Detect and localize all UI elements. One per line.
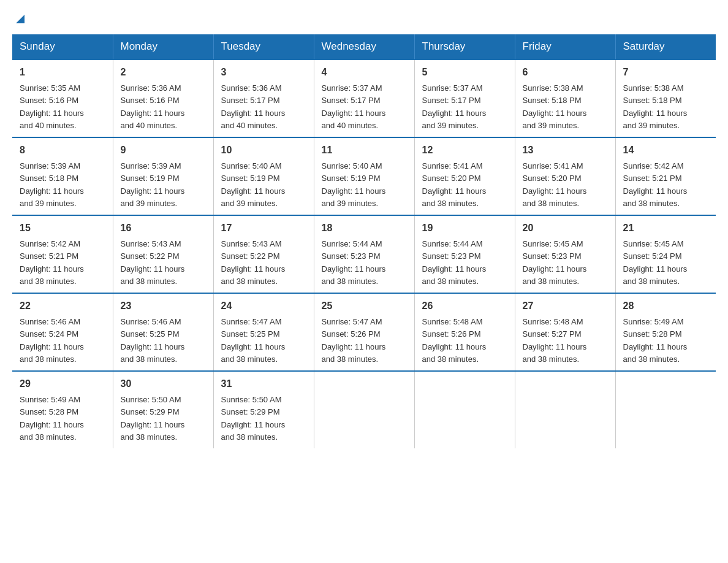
day-info: Sunrise: 5:35 AMSunset: 5:16 PMDaylight:… xyxy=(20,83,84,130)
calendar-day-22: 22 Sunrise: 5:46 AMSunset: 5:24 PMDaylig… xyxy=(12,293,113,371)
day-number: 12 xyxy=(422,143,507,158)
day-number: 10 xyxy=(221,143,306,158)
day-number: 15 xyxy=(20,221,105,236)
day-info: Sunrise: 5:45 AMSunset: 5:24 PMDaylight:… xyxy=(623,239,688,286)
day-number: 23 xyxy=(121,299,206,313)
calendar-day-2: 2 Sunrise: 5:36 AMSunset: 5:16 PMDayligh… xyxy=(113,59,213,137)
calendar-day-13: 13 Sunrise: 5:41 AMSunset: 5:20 PMDaylig… xyxy=(515,137,615,215)
day-info: Sunrise: 5:42 AMSunset: 5:21 PMDaylight:… xyxy=(623,161,688,208)
day-number: 20 xyxy=(523,221,608,236)
day-info: Sunrise: 5:41 AMSunset: 5:20 PMDaylight:… xyxy=(422,161,487,208)
day-number: 6 xyxy=(523,65,608,80)
svg-marker-0 xyxy=(16,15,25,23)
weekday-header-saturday: Saturday xyxy=(615,34,716,59)
day-number: 7 xyxy=(623,65,709,80)
day-info: Sunrise: 5:46 AMSunset: 5:25 PMDaylight:… xyxy=(121,317,185,364)
calendar-day-11: 11 Sunrise: 5:40 AMSunset: 5:19 PMDaylig… xyxy=(314,137,414,215)
calendar-empty-cell xyxy=(414,371,515,448)
day-number: 4 xyxy=(322,65,407,80)
calendar-day-17: 17 Sunrise: 5:43 AMSunset: 5:22 PMDaylig… xyxy=(213,215,314,293)
day-info: Sunrise: 5:43 AMSunset: 5:22 PMDaylight:… xyxy=(221,239,286,286)
calendar-day-9: 9 Sunrise: 5:39 AMSunset: 5:19 PMDayligh… xyxy=(113,137,213,215)
day-info: Sunrise: 5:37 AMSunset: 5:17 PMDaylight:… xyxy=(422,83,487,130)
calendar-day-24: 24 Sunrise: 5:47 AMSunset: 5:25 PMDaylig… xyxy=(213,293,314,371)
day-info: Sunrise: 5:40 AMSunset: 5:19 PMDaylight:… xyxy=(322,161,386,208)
calendar-week-3: 15 Sunrise: 5:42 AMSunset: 5:21 PMDaylig… xyxy=(12,215,716,293)
day-number: 1 xyxy=(20,65,105,80)
day-info: Sunrise: 5:43 AMSunset: 5:22 PMDaylight:… xyxy=(121,239,185,286)
day-number: 5 xyxy=(422,65,507,80)
calendar-day-15: 15 Sunrise: 5:42 AMSunset: 5:21 PMDaylig… xyxy=(12,215,113,293)
weekday-header-friday: Friday xyxy=(515,34,615,59)
calendar-day-5: 5 Sunrise: 5:37 AMSunset: 5:17 PMDayligh… xyxy=(414,59,515,137)
calendar-day-30: 30 Sunrise: 5:50 AMSunset: 5:29 PMDaylig… xyxy=(113,371,213,448)
day-info: Sunrise: 5:39 AMSunset: 5:19 PMDaylight:… xyxy=(121,161,185,208)
calendar-day-27: 27 Sunrise: 5:48 AMSunset: 5:27 PMDaylig… xyxy=(515,293,615,371)
day-info: Sunrise: 5:50 AMSunset: 5:29 PMDaylight:… xyxy=(221,395,286,442)
day-info: Sunrise: 5:47 AMSunset: 5:26 PMDaylight:… xyxy=(322,317,386,364)
day-number: 28 xyxy=(623,299,709,313)
calendar-week-5: 29 Sunrise: 5:49 AMSunset: 5:28 PMDaylig… xyxy=(12,371,716,448)
calendar-day-6: 6 Sunrise: 5:38 AMSunset: 5:18 PMDayligh… xyxy=(515,59,615,137)
day-number: 21 xyxy=(623,221,709,236)
day-info: Sunrise: 5:50 AMSunset: 5:29 PMDaylight:… xyxy=(121,395,185,442)
calendar-day-7: 7 Sunrise: 5:38 AMSunset: 5:18 PMDayligh… xyxy=(615,59,716,137)
day-number: 16 xyxy=(121,221,206,236)
day-info: Sunrise: 5:40 AMSunset: 5:19 PMDaylight:… xyxy=(221,161,286,208)
day-info: Sunrise: 5:44 AMSunset: 5:23 PMDaylight:… xyxy=(422,239,487,286)
calendar-day-26: 26 Sunrise: 5:48 AMSunset: 5:26 PMDaylig… xyxy=(414,293,515,371)
calendar-header: SundayMondayTuesdayWednesdayThursdayFrid… xyxy=(12,34,716,59)
calendar-day-29: 29 Sunrise: 5:49 AMSunset: 5:28 PMDaylig… xyxy=(12,371,113,448)
day-number: 30 xyxy=(121,377,206,391)
calendar-empty-cell xyxy=(314,371,414,448)
day-info: Sunrise: 5:39 AMSunset: 5:18 PMDaylight:… xyxy=(20,161,84,208)
day-info: Sunrise: 5:36 AMSunset: 5:16 PMDaylight:… xyxy=(121,83,185,130)
day-info: Sunrise: 5:38 AMSunset: 5:18 PMDaylight:… xyxy=(623,83,688,130)
calendar-day-1: 1 Sunrise: 5:35 AMSunset: 5:16 PMDayligh… xyxy=(12,59,113,137)
day-number: 31 xyxy=(221,377,306,391)
day-number: 26 xyxy=(422,299,507,313)
calendar-day-8: 8 Sunrise: 5:39 AMSunset: 5:18 PMDayligh… xyxy=(12,137,113,215)
day-number: 27 xyxy=(523,299,608,313)
day-info: Sunrise: 5:41 AMSunset: 5:20 PMDaylight:… xyxy=(523,161,587,208)
day-info: Sunrise: 5:36 AMSunset: 5:17 PMDaylight:… xyxy=(221,83,286,130)
day-number: 19 xyxy=(422,221,507,236)
day-number: 2 xyxy=(121,65,206,80)
day-info: Sunrise: 5:46 AMSunset: 5:24 PMDaylight:… xyxy=(20,317,84,364)
calendar-day-10: 10 Sunrise: 5:40 AMSunset: 5:19 PMDaylig… xyxy=(213,137,314,215)
day-number: 11 xyxy=(322,143,407,158)
calendar-week-1: 1 Sunrise: 5:35 AMSunset: 5:16 PMDayligh… xyxy=(12,59,716,137)
calendar-day-25: 25 Sunrise: 5:47 AMSunset: 5:26 PMDaylig… xyxy=(314,293,414,371)
weekday-header-tuesday: Tuesday xyxy=(213,34,314,59)
calendar-day-28: 28 Sunrise: 5:49 AMSunset: 5:28 PMDaylig… xyxy=(615,293,716,371)
day-number: 13 xyxy=(523,143,608,158)
calendar-day-16: 16 Sunrise: 5:43 AMSunset: 5:22 PMDaylig… xyxy=(113,215,213,293)
weekday-header-wednesday: Wednesday xyxy=(314,34,414,59)
page-header xyxy=(12,12,716,28)
calendar-day-31: 31 Sunrise: 5:50 AMSunset: 5:29 PMDaylig… xyxy=(213,371,314,448)
day-info: Sunrise: 5:49 AMSunset: 5:28 PMDaylight:… xyxy=(20,395,84,442)
logo-triangle-icon xyxy=(13,12,27,28)
calendar-week-4: 22 Sunrise: 5:46 AMSunset: 5:24 PMDaylig… xyxy=(12,293,716,371)
day-number: 22 xyxy=(20,299,105,313)
day-number: 18 xyxy=(322,221,407,236)
day-number: 3 xyxy=(221,65,306,80)
day-info: Sunrise: 5:48 AMSunset: 5:27 PMDaylight:… xyxy=(523,317,587,364)
calendar-day-14: 14 Sunrise: 5:42 AMSunset: 5:21 PMDaylig… xyxy=(615,137,716,215)
calendar-day-19: 19 Sunrise: 5:44 AMSunset: 5:23 PMDaylig… xyxy=(414,215,515,293)
day-info: Sunrise: 5:38 AMSunset: 5:18 PMDaylight:… xyxy=(523,83,587,130)
day-number: 29 xyxy=(20,377,105,391)
logo xyxy=(12,12,27,28)
day-number: 25 xyxy=(322,299,407,313)
calendar-week-2: 8 Sunrise: 5:39 AMSunset: 5:18 PMDayligh… xyxy=(12,137,716,215)
weekday-header-monday: Monday xyxy=(113,34,213,59)
calendar-day-18: 18 Sunrise: 5:44 AMSunset: 5:23 PMDaylig… xyxy=(314,215,414,293)
calendar-day-12: 12 Sunrise: 5:41 AMSunset: 5:20 PMDaylig… xyxy=(414,137,515,215)
calendar-empty-cell xyxy=(515,371,615,448)
day-info: Sunrise: 5:45 AMSunset: 5:23 PMDaylight:… xyxy=(523,239,587,286)
weekday-header-sunday: Sunday xyxy=(12,34,113,59)
day-number: 24 xyxy=(221,299,306,313)
day-info: Sunrise: 5:48 AMSunset: 5:26 PMDaylight:… xyxy=(422,317,487,364)
calendar-day-20: 20 Sunrise: 5:45 AMSunset: 5:23 PMDaylig… xyxy=(515,215,615,293)
day-number: 9 xyxy=(121,143,206,158)
